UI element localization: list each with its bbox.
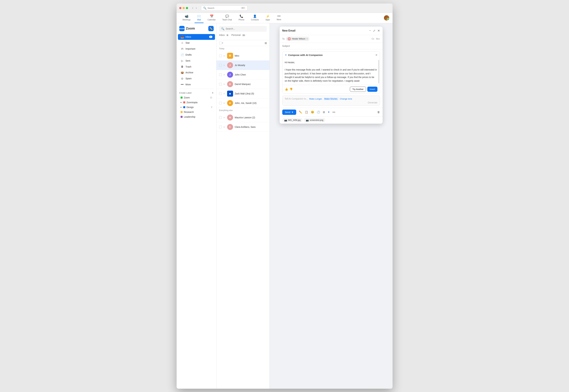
close-button[interactable] (179, 7, 181, 9)
maximize-button[interactable] (186, 7, 188, 9)
filter-button[interactable]: ⊞ (265, 42, 267, 45)
darrel-flag-icon[interactable]: ⊳ (224, 83, 225, 85)
format-button[interactable]: ✏️ (298, 110, 303, 114)
ai-suggestion-tone[interactable]: Change tone (340, 98, 352, 100)
label-zoom[interactable]: Zoom 11 (178, 95, 215, 100)
add-label-button[interactable]: + (212, 91, 214, 94)
attach-button[interactable]: 📋 (304, 110, 309, 114)
email-item-miro[interactable]: ⊳ M Miro (216, 51, 270, 61)
generate-button[interactable]: Generate (368, 101, 377, 104)
email-item-darrel[interactable]: ⊳ D Darrel Marquez (216, 80, 270, 89)
john-sarah-flag-icon[interactable]: ⊳ (224, 102, 225, 104)
attachment-img[interactable]: 📷 IMG_3456.jpg (282, 118, 302, 122)
john-sarah-checkbox[interactable] (219, 102, 222, 104)
emoji-button[interactable]: 😊 (310, 110, 315, 114)
nav-meetings[interactable]: 📹 Meetings (180, 13, 193, 23)
email-search-icon: 🔍 (221, 27, 225, 30)
zack-checkbox[interactable] (219, 92, 222, 95)
checkbox[interactable] (219, 42, 222, 44)
sidebar-item-sent[interactable]: ▷ Sent (178, 58, 215, 64)
thumbs-up-button[interactable]: 👍 (285, 88, 288, 91)
nav-contacts[interactable]: 👤 Contacts (248, 13, 261, 23)
nav-calendar[interactable]: 📅 Calendar (205, 13, 218, 23)
try-another-button[interactable]: Try Another (350, 87, 366, 92)
remove-recipient-button[interactable]: × (306, 38, 308, 40)
create-label-section: Create Label + (177, 90, 216, 95)
dropdown-arrow[interactable]: ▾ (222, 42, 223, 44)
label-design[interactable]: ▶ Design 2 (178, 105, 215, 110)
miro-checkbox[interactable] (219, 55, 222, 57)
nav-mail[interactable]: ✉️ Mail (195, 13, 204, 23)
clara-flag-icon[interactable]: ⊳ (224, 126, 225, 128)
darrel-checkbox[interactable] (219, 83, 222, 85)
more-icon: ••• (277, 14, 281, 18)
minimize-button[interactable] (183, 7, 185, 9)
email-item-zack[interactable]: ⊳ ◆ Zack Mali (Jira) (5) (216, 89, 270, 98)
sidebar-item-star[interactable]: ☆ Star (178, 40, 215, 46)
sidebar-item-inbox[interactable]: 📥 Inbox 9 (178, 34, 215, 40)
label-leadership[interactable]: Leadership (178, 114, 215, 119)
more-options-button[interactable]: ••• (332, 110, 336, 114)
john-chen-flag-icon[interactable]: ⊳ (224, 73, 225, 76)
user-avatar[interactable] (384, 15, 389, 21)
email-search[interactable]: 🔍 (219, 26, 267, 32)
close-ai-button[interactable]: ✕ (375, 54, 377, 56)
sidebar-item-spam[interactable]: ⊙ Spam (178, 76, 215, 82)
select-all-checkbox[interactable]: ▾ (219, 42, 223, 44)
ai-suggestion-longer[interactable]: Make Longer, (309, 98, 322, 100)
nav-team-chat[interactable]: 💬 Team Chat (220, 13, 235, 23)
email-search-input[interactable] (226, 27, 265, 30)
maurice-checkbox[interactable] (219, 116, 222, 119)
jo-flag-icon[interactable]: ⊳ (224, 64, 225, 67)
list-actions: ▾ ⊞ (216, 40, 270, 46)
close-compose-button[interactable]: ✕ (377, 29, 380, 32)
attachment-screenshot[interactable]: 📷 screenshot.png (304, 118, 325, 122)
sidebar-item-archive[interactable]: 📦 Archive (178, 70, 215, 75)
minimize-compose-button[interactable]: − (369, 29, 371, 32)
tab-personal[interactable]: Personal 11 (231, 34, 246, 37)
zack-flag-icon[interactable]: ⊳ (224, 92, 225, 95)
nav-more[interactable]: ••• More (274, 13, 284, 23)
clara-checkbox[interactable] (219, 126, 222, 128)
trash-icon: 🗑 (180, 65, 184, 68)
label-zoomtopia[interactable]: ▶ Zoomtopia (178, 100, 215, 105)
email-item-john-chen[interactable]: ⊳ J John Chen (216, 70, 270, 80)
back-button[interactable]: ‹ (191, 6, 194, 10)
thumbs-down-button[interactable]: 👎 (289, 88, 293, 91)
maurice-flag-icon[interactable]: ⊳ (224, 116, 225, 119)
delete-draft-button[interactable]: 🗑 (377, 111, 380, 114)
cc-button[interactable]: Cc (372, 38, 374, 40)
expand-compose-button[interactable]: ⤢ (373, 29, 375, 32)
sidebar-item-trash[interactable]: 🗑 Trash (178, 64, 215, 70)
ai-sparkle-button[interactable]: ✦ (327, 110, 330, 114)
email-item-john-sarah[interactable]: ⊳ ★ John, me, Sarah (10) (216, 98, 270, 108)
title-search[interactable]: 🔍 ⌘F (201, 5, 248, 11)
ai-input-area[interactable]: Tell AI Companion to... Make Longer, Mak… (282, 96, 380, 106)
email-item-maurice[interactable]: ⊳ M Maurice Lawson (2) (216, 113, 270, 122)
sidebar-item-more[interactable]: ••• More (178, 82, 215, 87)
tab-inbox[interactable]: Inbox 9 (219, 34, 229, 37)
email-item-jo[interactable]: ⊳ J Jo Mosely (216, 61, 270, 70)
john-chen-checkbox[interactable] (219, 73, 222, 76)
send-button[interactable]: Send ▼ (282, 110, 296, 115)
label-research[interactable]: Research (178, 110, 215, 114)
nav-phone[interactable]: 📞 Phone (236, 13, 247, 23)
search-input[interactable] (208, 7, 240, 9)
sidebar-item-important[interactable]: ⊓ Important (178, 46, 215, 52)
sidebar-item-drafts[interactable]: 📄 Drafts (178, 52, 215, 58)
compose-button[interactable]: ✏️ (208, 26, 214, 31)
time-button[interactable]: 🕐 (316, 110, 321, 114)
forward-button[interactable]: › (195, 6, 198, 10)
email-item-clara[interactable]: ⊳ C Clara Arellano, Sara (216, 122, 270, 132)
insert-button[interactable]: Insert (367, 87, 377, 92)
jo-checkbox[interactable] (219, 64, 222, 67)
bcc-button[interactable]: Bcc (376, 38, 380, 40)
maurice-avatar: M (227, 114, 233, 121)
ai-suggestion-shorter[interactable]: Make Shorter, (324, 98, 338, 100)
miro-flag-icon[interactable]: ⊳ (224, 55, 225, 57)
subject-input[interactable] (282, 45, 380, 47)
john-chen-content: John Chen (235, 73, 267, 76)
nav-apps[interactable]: ⚡ Apps (263, 13, 273, 23)
ai-scrollbar[interactable] (378, 60, 379, 84)
template-button[interactable]: ⊞ (322, 110, 326, 114)
